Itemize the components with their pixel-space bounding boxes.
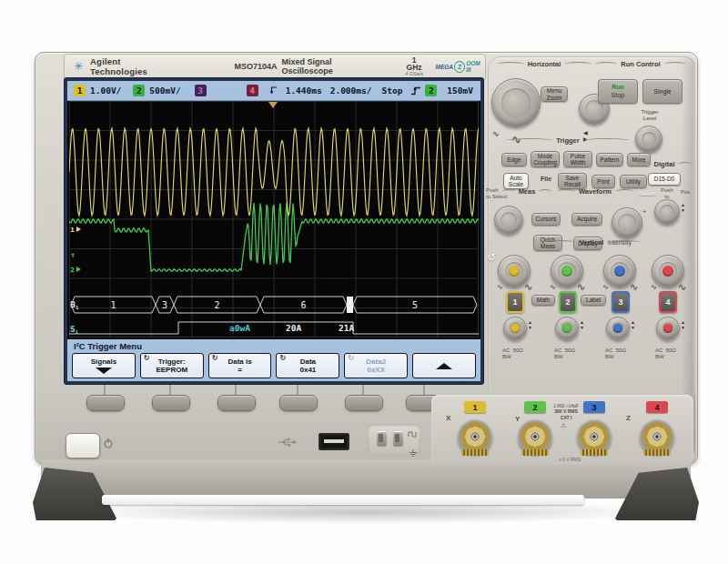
svg-text:2: 2 xyxy=(70,267,75,274)
sample-rate: 4 GSa/s xyxy=(404,72,425,77)
single-button[interactable]: Single xyxy=(642,79,682,104)
acquire-button[interactable]: Acquire xyxy=(571,213,602,226)
four-way-icon: + xyxy=(642,207,647,217)
trigger-mode-coupling-button[interactable]: Mode Coupling xyxy=(531,151,560,167)
warning-icon: ⚠ xyxy=(561,422,566,429)
ch3-button[interactable]: 3 xyxy=(612,291,630,313)
ch2-status-badge: 2 xyxy=(133,85,145,96)
edge-trigger-icon xyxy=(410,86,422,96)
digital-knob-arrows: ▲▼ xyxy=(681,202,685,214)
oscilloscope-photo: ✳ Agilent Technologies MSO7104A Mixed Si… xyxy=(0,0,728,564)
label-button[interactable]: Label xyxy=(581,295,606,306)
ch1-status-badge: 1 xyxy=(74,85,86,96)
softkey-trigger-type[interactable]: ↻ Trigger: EEPROM xyxy=(140,353,204,378)
logo-z-icon: Z xyxy=(454,61,465,73)
up-arrow-icon xyxy=(436,363,452,369)
model-number: MSO7104A xyxy=(235,62,278,71)
lcd-screen: 1 1.00V/ 2 500mV/ 3 4 1.440ms 2.000ms/ S… xyxy=(64,77,484,385)
math-button[interactable]: Math xyxy=(531,295,555,306)
trigger-level-knob[interactable] xyxy=(635,126,662,153)
power-icon xyxy=(103,436,114,452)
trigger-edge-button[interactable]: Edge xyxy=(501,153,527,166)
meas-select-knob[interactable] xyxy=(494,206,523,235)
softkey-data2-line2: 0xXX xyxy=(367,366,385,374)
megazoom-logo: MEGA Z OOM III xyxy=(436,60,485,73)
svg-text:T: T xyxy=(71,252,76,258)
softkey-data-is[interactable]: ↻ Data is = xyxy=(208,353,272,378)
rotate-knob-icon: ↻ xyxy=(212,354,218,362)
svg-text:1: 1 xyxy=(110,300,116,310)
probe-comp-terminal xyxy=(377,431,387,446)
ch1-position-arrows: ▲▼ xyxy=(528,319,532,331)
softkey-menu: I²C Trigger Menu Signals ↻ Trigger: EEPR… xyxy=(67,339,480,381)
print-button[interactable]: Print xyxy=(592,175,615,188)
ch4-position-knob[interactable] xyxy=(656,317,680,340)
cursors-button[interactable]: Cursors xyxy=(531,213,561,226)
svg-text:5: 5 xyxy=(412,300,418,310)
ch3-bnc-connector[interactable] xyxy=(577,419,612,454)
section-waveform: Waveform xyxy=(557,187,633,196)
run-label: Run xyxy=(612,84,624,91)
ch4-position-arrows: ▲▼ xyxy=(681,319,685,331)
ch2-coupling-labels: AC 50ΩBW xyxy=(554,347,575,360)
softkey-data-line1: Data xyxy=(300,358,316,366)
ch4-button[interactable]: 4 xyxy=(659,291,677,313)
wave-glyph: ∿ xyxy=(550,283,556,291)
physical-softkey-3[interactable] xyxy=(217,395,256,411)
physical-softkey-5[interactable] xyxy=(345,395,383,411)
wave-glyph: ∿ xyxy=(577,281,585,293)
status-bar: 1 1.00V/ 2 500mV/ 3 4 1.440ms 2.000ms/ S… xyxy=(67,81,480,101)
softkey-signals[interactable]: Signals xyxy=(72,353,136,378)
ch2-position-arrows: ▲▼ xyxy=(580,319,584,331)
physical-softkey-2[interactable] xyxy=(152,395,190,411)
softkey-data2[interactable]: ↻ Data2 0xXX xyxy=(344,353,408,378)
softkey-back[interactable] xyxy=(412,353,476,378)
ch1-bnc-connector[interactable] xyxy=(458,419,492,454)
usb-port[interactable] xyxy=(318,433,349,450)
softkey-data[interactable]: ↻ Data 0x41 xyxy=(276,353,339,378)
left-arrow-icon: ◀ xyxy=(583,130,588,136)
horizontal-scale-knob[interactable] xyxy=(491,78,541,127)
svg-text:B1: B1 xyxy=(70,301,79,310)
section-horizontal: Horizontal xyxy=(497,60,592,68)
svg-text:a0wA: a0wA xyxy=(229,323,250,333)
ch2-button[interactable]: 2 xyxy=(559,291,577,313)
digital-d15-d0-button[interactable]: D15-D0 xyxy=(648,173,681,186)
ch1-input-tag: 1 xyxy=(464,401,486,413)
trigger-pulse-width-button[interactable]: Pulse Width xyxy=(563,151,592,167)
ch2-scale: 500mV/ xyxy=(149,86,180,96)
section-vertical: Vertical xyxy=(542,238,641,247)
intensity-knob[interactable] xyxy=(612,207,642,238)
power-button[interactable] xyxy=(66,433,100,458)
ch1-button[interactable]: 1 xyxy=(506,291,524,313)
physical-softkey-1[interactable] xyxy=(86,395,125,411)
digital-select-knob[interactable] xyxy=(654,199,680,225)
axis-label-x: X xyxy=(446,414,450,422)
product-name: Mixed Signal Oscilloscope xyxy=(282,57,380,76)
stop-label: Stop xyxy=(612,92,624,99)
ch3-position-knob[interactable] xyxy=(606,317,630,340)
trigger-pattern-button[interactable]: Pattern xyxy=(596,153,623,166)
ch4-bnc-connector[interactable] xyxy=(640,419,674,454)
softkey-trigger-line2: EEPROM xyxy=(156,366,187,374)
softkey-datais-line1: Data is xyxy=(228,358,251,366)
ch2-bnc-connector[interactable] xyxy=(518,419,552,454)
bandwidth: 1 GHz xyxy=(404,56,425,72)
utility-button[interactable]: Utility xyxy=(620,175,647,188)
physical-softkey-4[interactable] xyxy=(279,395,318,411)
softkey-data2-line1: Data2 xyxy=(366,358,386,366)
ch2-position-knob[interactable] xyxy=(555,317,579,340)
svg-text:21A: 21A xyxy=(339,323,354,333)
ground-icon xyxy=(409,445,418,461)
ch1-position-knob[interactable] xyxy=(503,317,527,340)
menu-zoom-button[interactable]: Menu Zoom xyxy=(541,86,568,102)
trigger-level-label: Trigger Level xyxy=(633,109,666,122)
run-stop-button[interactable]: Run Stop xyxy=(598,79,638,104)
ch4-status-badge: 4 xyxy=(247,85,258,96)
logo-oom: OOM III xyxy=(466,60,485,73)
softkey-datais-line2: = xyxy=(238,366,242,374)
digital-select-label: Select xyxy=(640,191,656,197)
digital-pos-label: Pos xyxy=(681,189,690,196)
lower-band xyxy=(41,459,690,498)
svg-text:2: 2 xyxy=(214,300,219,310)
